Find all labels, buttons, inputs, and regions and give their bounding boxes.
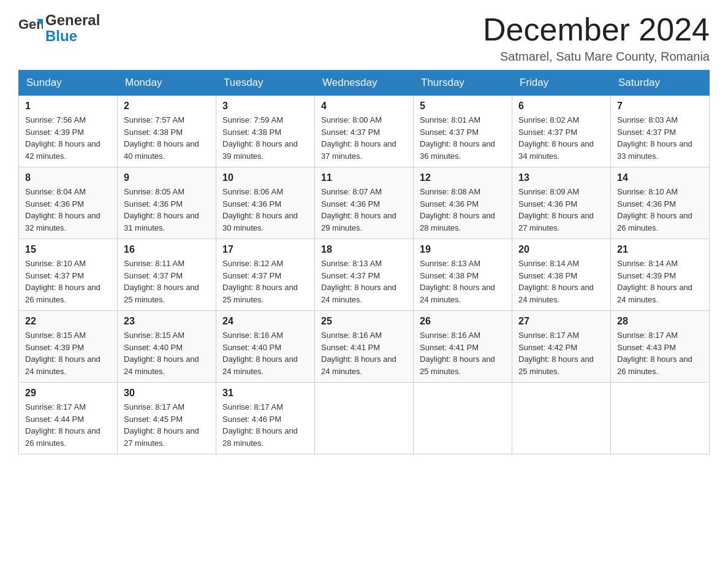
day-info: Sunrise: 8:14 AMSunset: 4:39 PMDaylight:… <box>617 258 703 305</box>
day-info: Sunrise: 8:16 AMSunset: 4:41 PMDaylight:… <box>321 329 407 377</box>
day-info: Sunrise: 7:57 AMSunset: 4:38 PMDaylight:… <box>124 114 210 162</box>
day-number: 14 <box>617 172 703 183</box>
month-year-title: December 2024 <box>483 12 710 47</box>
day-number: 3 <box>222 101 308 112</box>
day-number: 7 <box>617 101 703 112</box>
title-section: December 2024 Satmarel, Satu Mare County… <box>483 12 710 64</box>
table-row: 31 Sunrise: 8:17 AMSunset: 4:46 PMDaylig… <box>216 383 315 454</box>
day-info: Sunrise: 8:04 AMSunset: 4:36 PMDaylight:… <box>25 186 111 234</box>
day-number: 27 <box>518 316 604 327</box>
day-info: Sunrise: 7:59 AMSunset: 4:38 PMDaylight:… <box>222 114 308 162</box>
day-number: 25 <box>321 316 407 327</box>
table-row: 19 Sunrise: 8:13 AMSunset: 4:38 PMDaylig… <box>414 239 512 311</box>
day-number: 11 <box>321 172 407 183</box>
table-row <box>414 383 512 454</box>
calendar-week-row: 8 Sunrise: 8:04 AMSunset: 4:36 PMDayligh… <box>19 167 710 239</box>
table-row: 1 Sunrise: 7:56 AMSunset: 4:39 PMDayligh… <box>19 96 118 167</box>
day-info: Sunrise: 8:17 AMSunset: 4:46 PMDaylight:… <box>222 401 308 449</box>
day-number: 26 <box>420 316 506 327</box>
table-row: 16 Sunrise: 8:11 AMSunset: 4:37 PMDaylig… <box>118 239 216 311</box>
day-info: Sunrise: 8:09 AMSunset: 4:36 PMDaylight:… <box>518 186 604 234</box>
table-row: 10 Sunrise: 8:06 AMSunset: 4:36 PMDaylig… <box>216 167 315 239</box>
calendar-week-row: 29 Sunrise: 8:17 AMSunset: 4:44 PMDaylig… <box>19 383 710 454</box>
day-info: Sunrise: 8:17 AMSunset: 4:42 PMDaylight:… <box>518 329 604 377</box>
table-row: 22 Sunrise: 8:15 AMSunset: 4:39 PMDaylig… <box>19 311 118 383</box>
day-number: 23 <box>124 316 210 327</box>
day-info: Sunrise: 8:10 AMSunset: 4:36 PMDaylight:… <box>617 186 703 234</box>
table-row: 6 Sunrise: 8:02 AMSunset: 4:37 PMDayligh… <box>512 96 611 167</box>
table-row <box>611 383 710 454</box>
day-number: 15 <box>25 244 111 255</box>
logo-general-text: General <box>45 12 100 28</box>
logo-blue-text: Blue <box>45 28 100 44</box>
day-info: Sunrise: 7:56 AMSunset: 4:39 PMDaylight:… <box>25 114 111 162</box>
col-wednesday: Wednesday <box>315 71 414 96</box>
day-info: Sunrise: 8:03 AMSunset: 4:37 PMDaylight:… <box>617 114 703 162</box>
day-number: 30 <box>124 388 210 399</box>
table-row: 4 Sunrise: 8:00 AMSunset: 4:37 PMDayligh… <box>315 96 414 167</box>
day-info: Sunrise: 8:17 AMSunset: 4:43 PMDaylight:… <box>617 329 703 377</box>
day-number: 13 <box>518 172 604 183</box>
table-row: 15 Sunrise: 8:10 AMSunset: 4:37 PMDaylig… <box>19 239 118 311</box>
table-row: 27 Sunrise: 8:17 AMSunset: 4:42 PMDaylig… <box>512 311 611 383</box>
table-row: 26 Sunrise: 8:16 AMSunset: 4:41 PMDaylig… <box>414 311 512 383</box>
day-number: 10 <box>222 172 308 183</box>
logo-text: General Blue <box>45 12 100 45</box>
col-tuesday: Tuesday <box>216 71 315 96</box>
col-friday: Friday <box>512 71 611 96</box>
day-number: 24 <box>222 316 308 327</box>
table-row: 3 Sunrise: 7:59 AMSunset: 4:38 PMDayligh… <box>216 96 315 167</box>
day-info: Sunrise: 8:01 AMSunset: 4:37 PMDaylight:… <box>420 114 506 162</box>
day-number: 4 <box>321 101 407 112</box>
table-row: 29 Sunrise: 8:17 AMSunset: 4:44 PMDaylig… <box>19 383 118 454</box>
col-sunday: Sunday <box>19 71 118 96</box>
day-info: Sunrise: 8:06 AMSunset: 4:36 PMDaylight:… <box>222 186 308 234</box>
col-monday: Monday <box>118 71 216 96</box>
table-row: 17 Sunrise: 8:12 AMSunset: 4:37 PMDaylig… <box>216 239 315 311</box>
table-row: 18 Sunrise: 8:13 AMSunset: 4:37 PMDaylig… <box>315 239 414 311</box>
table-row: 5 Sunrise: 8:01 AMSunset: 4:37 PMDayligh… <box>414 96 512 167</box>
table-row: 20 Sunrise: 8:14 AMSunset: 4:38 PMDaylig… <box>512 239 611 311</box>
day-number: 22 <box>25 316 111 327</box>
day-info: Sunrise: 8:13 AMSunset: 4:37 PMDaylight:… <box>321 258 407 305</box>
day-number: 21 <box>617 244 703 255</box>
table-row: 24 Sunrise: 8:16 AMSunset: 4:40 PMDaylig… <box>216 311 315 383</box>
day-info: Sunrise: 8:05 AMSunset: 4:36 PMDaylight:… <box>124 186 210 234</box>
table-row: 12 Sunrise: 8:08 AMSunset: 4:36 PMDaylig… <box>414 167 512 239</box>
day-info: Sunrise: 8:13 AMSunset: 4:38 PMDaylight:… <box>420 258 506 305</box>
day-number: 29 <box>25 388 111 399</box>
table-row: 25 Sunrise: 8:16 AMSunset: 4:41 PMDaylig… <box>315 311 414 383</box>
day-number: 16 <box>124 244 210 255</box>
day-number: 19 <box>420 244 506 255</box>
day-number: 12 <box>420 172 506 183</box>
location-subtitle: Satmarel, Satu Mare County, Romania <box>483 50 710 64</box>
day-number: 17 <box>222 244 308 255</box>
day-info: Sunrise: 8:00 AMSunset: 4:37 PMDaylight:… <box>321 114 407 162</box>
calendar-week-row: 1 Sunrise: 7:56 AMSunset: 4:39 PMDayligh… <box>19 96 710 167</box>
day-info: Sunrise: 8:15 AMSunset: 4:39 PMDaylight:… <box>25 329 111 377</box>
page-header: General General Blue December 2024 Satma… <box>18 12 710 64</box>
day-number: 20 <box>518 244 604 255</box>
table-row: 30 Sunrise: 8:17 AMSunset: 4:45 PMDaylig… <box>118 383 216 454</box>
table-row <box>512 383 611 454</box>
table-row: 14 Sunrise: 8:10 AMSunset: 4:36 PMDaylig… <box>611 167 710 239</box>
logo: General General Blue <box>18 12 100 45</box>
table-row: 8 Sunrise: 8:04 AMSunset: 4:36 PMDayligh… <box>19 167 118 239</box>
table-row: 23 Sunrise: 8:15 AMSunset: 4:40 PMDaylig… <box>118 311 216 383</box>
day-number: 6 <box>518 101 604 112</box>
table-row: 11 Sunrise: 8:07 AMSunset: 4:36 PMDaylig… <box>315 167 414 239</box>
day-number: 8 <box>25 172 111 183</box>
day-number: 28 <box>617 316 703 327</box>
day-info: Sunrise: 8:16 AMSunset: 4:41 PMDaylight:… <box>420 329 506 377</box>
day-info: Sunrise: 8:02 AMSunset: 4:37 PMDaylight:… <box>518 114 604 162</box>
table-row: 28 Sunrise: 8:17 AMSunset: 4:43 PMDaylig… <box>611 311 710 383</box>
table-row <box>315 383 414 454</box>
calendar-header-row: Sunday Monday Tuesday Wednesday Thursday… <box>19 71 710 96</box>
day-number: 18 <box>321 244 407 255</box>
day-info: Sunrise: 8:16 AMSunset: 4:40 PMDaylight:… <box>222 329 308 377</box>
day-number: 5 <box>420 101 506 112</box>
day-info: Sunrise: 8:12 AMSunset: 4:37 PMDaylight:… <box>222 258 308 305</box>
col-thursday: Thursday <box>414 71 512 96</box>
table-row: 13 Sunrise: 8:09 AMSunset: 4:36 PMDaylig… <box>512 167 611 239</box>
calendar-table: Sunday Monday Tuesday Wednesday Thursday… <box>18 70 710 454</box>
